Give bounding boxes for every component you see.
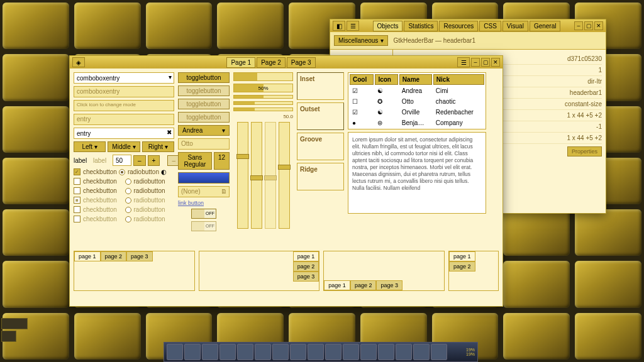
font-size[interactable]: 12 [214,152,230,170]
notebook-top: page 1page 2page 3 [74,251,195,291]
menu-icon[interactable]: ☰ [457,57,470,67]
checkbox-dim: ■ [74,197,80,204]
page2-tab[interactable]: Page 2 [257,57,286,68]
dock-app-icon[interactable] [202,344,218,360]
dock-app-icon[interactable] [255,344,271,360]
progressbar-50: 50% [233,84,293,92]
checkbox[interactable] [74,187,80,194]
checkbox[interactable] [74,178,80,185]
dock-app-icon[interactable] [308,344,324,360]
list-icon[interactable]: ☰ [347,21,359,31]
vscale-1[interactable] [237,122,248,229]
nbtab[interactable]: page 1 [74,251,101,261]
spin-down[interactable]: – [133,155,146,166]
font-button[interactable]: Sans Regular [178,152,212,170]
clear-icon[interactable]: ✖ [167,129,172,136]
name-dropdown[interactable]: Andrea▾ [178,125,230,136]
tab-statistics[interactable]: Statistics [404,21,438,31]
close-button[interactable]: ✕ [491,58,500,67]
align-left[interactable]: Left ▾ [74,141,106,152]
entry-input[interactable] [74,128,174,139]
document-icon: 🗎 [221,188,227,195]
vscale-3 [265,122,276,229]
togglebutton-3: togglebutton [178,99,230,109]
dock-app-icon[interactable] [219,344,236,360]
maximize-button[interactable]: ▢ [584,21,593,30]
align-middle[interactable]: Middle ▾ [108,141,140,152]
close-button[interactable]: ✕ [594,21,603,30]
task-item[interactable] [1,318,28,329]
dock-app-icon[interactable] [343,344,359,360]
dock-app-icon[interactable] [290,344,306,360]
people-table[interactable]: CoolIconNameNick ☑☯AndreaCimi ☐✪Ottochao… [348,72,486,129]
chevron-down-icon: ▾ [222,127,225,134]
misc-dropdown[interactable]: Miscellaneous▾ [334,35,388,46]
checkbox-on[interactable]: ✓ [74,168,80,175]
switch-1[interactable]: OFF [191,209,216,219]
vscale-2[interactable] [251,122,262,229]
dock-app-icon[interactable] [237,344,253,360]
progressbar-1 [233,72,293,81]
notebook-right: page 1page 2page 3 [199,251,320,291]
dock-app-icon[interactable] [184,344,201,360]
scale-value: 50.0 [233,114,293,119]
textview[interactable]: Lorem ipsum dolor sit amet, consectetur … [348,132,486,214]
spin-up[interactable]: + [148,155,160,166]
mode-hint[interactable]: Click icon to change mode [74,100,174,111]
tab-general[interactable]: General [530,21,561,31]
progressbar-3 [233,95,293,99]
vscale-4[interactable] [279,122,290,229]
tab-resources[interactable]: Resources [439,21,478,31]
dock-app-icon[interactable] [431,344,447,360]
maximize-button[interactable]: ▢ [481,58,490,67]
dock-app-icon[interactable] [272,344,289,360]
label-dim: label [93,157,111,164]
minimize-button[interactable]: – [471,58,480,67]
app-icon: ◈ [72,57,85,67]
minimize-button[interactable]: – [574,21,583,30]
frame-outset: Outset [297,102,344,130]
label-text: label [74,157,91,164]
radio[interactable] [125,188,131,194]
entry-disabled: entry [74,114,174,125]
tab-objects[interactable]: Objects [373,21,403,31]
inspector-titlebar: ◧ ☰ Objects Statistics Resources CSS Vis… [330,19,606,32]
factory-titlebar: ◈ Page 1 Page 2 Page 3 ☰ – ▢ ✕ [70,56,502,69]
page3-tab[interactable]: Page 3 [287,57,316,68]
notebook-bottom: page 1page 2page 3 [323,251,445,291]
radio-dim [125,197,131,204]
table-row: ●⊜Benja…Company [350,118,484,128]
togglebutton-4: togglebutton [178,112,230,123]
tab-visual[interactable]: Visual [502,21,528,31]
frame-groove: Groove [297,133,344,160]
chevron-down-icon[interactable]: ▾ [169,74,172,80]
dock-app-icon[interactable] [413,344,430,360]
togglebutton-1[interactable]: togglebutton [178,72,230,83]
task-item[interactable] [1,331,16,342]
file-chooser[interactable]: (None)🗎 [178,186,230,197]
name-disabled: Otto [178,138,230,150]
back-icon[interactable]: ◧ [333,21,345,31]
align-right[interactable]: Right ▾ [142,141,174,152]
frame-inset: Inset [297,72,344,100]
radio[interactable] [125,178,131,185]
color-button[interactable] [178,172,230,184]
dock-app-icon[interactable] [167,344,183,360]
header-title: GtkHeaderBar — headerbar1 [393,37,475,44]
dock-app-icon[interactable] [378,344,394,360]
spin-input[interactable] [113,155,131,166]
scale-h[interactable] [233,101,293,105]
dock-app-icon[interactable] [325,344,341,360]
link-button[interactable]: link button [178,200,230,206]
page1-tab[interactable]: Page 1 [226,57,255,68]
dock-app-icon[interactable] [360,344,377,360]
switch-2: OFF [191,221,216,231]
scale-h2[interactable] [233,107,293,111]
dock-app-icon[interactable] [396,344,412,360]
comboboxentry-input[interactable] [74,72,174,84]
properties-button[interactable]: Properties [567,146,602,156]
table-row: ☐✪Ottochaotic [350,97,484,106]
tab-css[interactable]: CSS [479,21,501,31]
togglebutton-2[interactable]: togglebutton [178,85,230,96]
radio-on[interactable] [119,169,125,175]
